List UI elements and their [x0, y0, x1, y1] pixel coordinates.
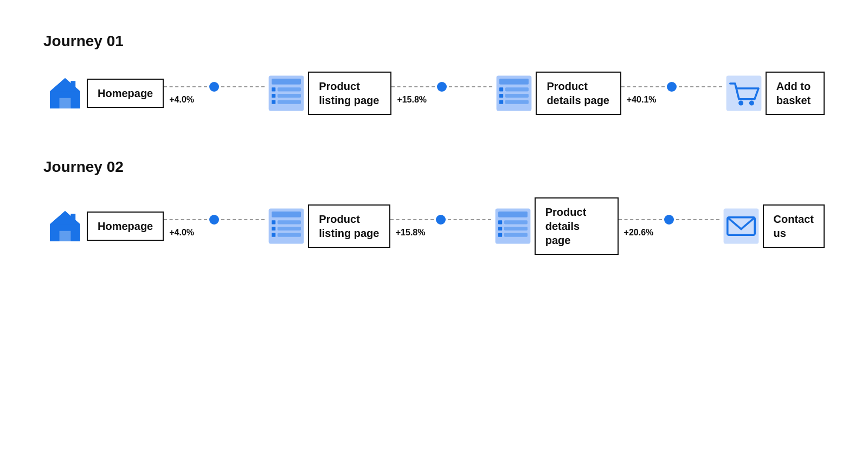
- connector-01-2: +15.8%: [391, 82, 492, 105]
- dashed-line: [221, 86, 265, 87]
- step-listing-1: Product listing page: [265, 72, 391, 115]
- listing-icon-2: [265, 204, 308, 248]
- dashed-line: [619, 219, 662, 220]
- connector-pct-02-2: +15.8%: [396, 228, 426, 238]
- connector-02-3: +20.6%: [619, 215, 719, 238]
- step-details-1: Product details page: [492, 72, 621, 115]
- home-icon-2: [43, 204, 87, 248]
- dashed-line: [448, 219, 491, 220]
- connector-dot: [667, 82, 677, 92]
- journey-01-title: Journey 01: [43, 33, 825, 50]
- step-contact-2-label: Contact us: [763, 204, 825, 248]
- details-icon: [492, 72, 536, 115]
- connector-dot: [209, 215, 219, 225]
- step-contact-2: Contact us: [719, 204, 825, 248]
- step-listing-2-label: Product listing page: [308, 204, 390, 248]
- journeys-container: Journey 01 Homepage +4.0%: [43, 33, 825, 255]
- home-icon: [43, 72, 87, 115]
- step-homepage-2-label: Homepage: [87, 212, 164, 241]
- dashed-line: [221, 219, 265, 220]
- step-details-2: Product details page: [491, 197, 619, 255]
- step-homepage-2: Homepage: [43, 204, 164, 248]
- contact-icon: [719, 204, 763, 248]
- connector-dot: [437, 82, 447, 92]
- connector-pct-01-1: +4.0%: [169, 95, 194, 105]
- details-icon-2: [491, 204, 535, 248]
- step-details-1-label: Product details page: [536, 72, 621, 115]
- dashed-line: [164, 219, 207, 220]
- connector-dot: [664, 215, 674, 225]
- connector-01-1: +4.0%: [164, 82, 265, 105]
- step-basket-1: Add to basket: [722, 72, 825, 115]
- step-basket-1-label: Add to basket: [766, 72, 825, 115]
- journey-01-flow: Homepage +4.0% Product listing page: [43, 72, 825, 115]
- connector-pct-01-2: +15.8%: [397, 95, 427, 105]
- step-homepage-1: Homepage: [43, 72, 164, 115]
- connector-01-3: +40.1%: [621, 82, 722, 105]
- connector-02-2: +15.8%: [390, 215, 491, 238]
- dashed-line: [449, 86, 492, 87]
- step-details-2-label: Product details page: [535, 197, 619, 255]
- dashed-line: [676, 219, 719, 220]
- basket-icon: [722, 72, 766, 115]
- connector-pct-02-3: +20.6%: [624, 228, 654, 238]
- journey-01-section: Journey 01 Homepage +4.0%: [43, 33, 825, 115]
- connector-dot: [436, 215, 446, 225]
- dashed-line: [390, 219, 434, 220]
- dashed-line: [391, 86, 435, 87]
- step-listing-2: Product listing page: [265, 204, 390, 248]
- listing-icon: [265, 72, 308, 115]
- connector-pct-01-3: +40.1%: [627, 95, 657, 105]
- step-listing-1-label: Product listing page: [308, 72, 391, 115]
- journey-02-title: Journey 02: [43, 158, 825, 176]
- journey-02-flow: Homepage +4.0% Product listing page: [43, 197, 825, 255]
- journey-02-section: Journey 02 Homepage +4.0%: [43, 158, 825, 255]
- connector-pct-02-1: +4.0%: [169, 228, 194, 238]
- step-homepage-1-label: Homepage: [87, 79, 164, 108]
- connector-dot: [209, 82, 219, 92]
- dashed-line: [621, 86, 665, 87]
- connector-02-1: +4.0%: [164, 215, 265, 238]
- dashed-line: [679, 86, 722, 87]
- dashed-line: [164, 86, 207, 87]
